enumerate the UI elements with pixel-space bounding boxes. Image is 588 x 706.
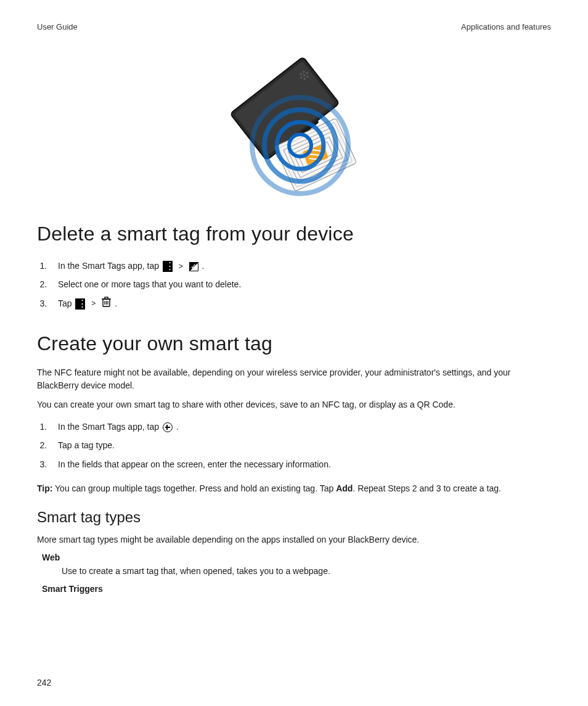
step-text: In the Smart Tags app, tap — [58, 261, 161, 271]
step-text: . — [202, 261, 205, 271]
term-smart-triggers: Smart Triggers — [42, 584, 551, 594]
list-item: In the Smart Tags app, tap > . — [49, 257, 551, 275]
list-item: Select one or more tags that you want to… — [49, 275, 551, 293]
heading-create-smart-tag: Create your own smart tag — [37, 332, 551, 355]
header-left: User Guide — [37, 22, 78, 31]
tip-text: You can group multiple tags together. Pr… — [52, 483, 336, 493]
chevron-right-icon: > — [176, 262, 186, 271]
page: User Guide Applications and features — [0, 0, 588, 706]
paragraph: The NFC feature might not be available, … — [37, 366, 551, 392]
step-text: In the Smart Tags app, tap — [58, 422, 161, 432]
tip-text: . Repeat Steps 2 and 3 to create a tag. — [353, 483, 501, 493]
heading-smart-tag-types: Smart tag types — [37, 509, 551, 526]
tip-label: Tip: — [37, 483, 52, 493]
more-icon — [163, 261, 173, 272]
term-web: Web — [42, 552, 551, 562]
add-icon — [163, 422, 173, 432]
list-item: In the fields that appear on the screen,… — [49, 455, 551, 474]
list-item: Tap a tag type. — [49, 436, 551, 454]
heading-delete-smart-tag: Delete a smart tag from your device — [37, 223, 551, 245]
steps-delete: In the Smart Tags app, tap > . Select on… — [37, 257, 551, 314]
list-item: Tap > . — [49, 294, 551, 314]
smart-tag-illustration — [214, 50, 374, 198]
trash-icon — [102, 297, 111, 311]
header-right: Applications and features — [461, 22, 551, 31]
add-label: Add — [336, 483, 353, 493]
step-text: . — [176, 422, 179, 432]
select-icon — [189, 262, 198, 271]
page-number: 242 — [37, 678, 51, 688]
steps-create: In the Smart Tags app, tap . Tap a tag t… — [37, 417, 551, 474]
tip-paragraph: Tip: You can group multiple tags togethe… — [37, 482, 551, 495]
step-text: Tap — [58, 298, 74, 308]
chevron-right-icon: > — [89, 299, 98, 308]
def-web: Use to create a smart tag that, when ope… — [62, 565, 551, 578]
svg-rect-27 — [105, 297, 108, 299]
page-header: User Guide Applications and features — [37, 22, 551, 31]
paragraph: More smart tag types might be available … — [37, 533, 551, 546]
step-text: . — [115, 298, 117, 308]
definition-list: Web Use to create a smart tag that, when… — [37, 552, 551, 594]
paragraph: You can create your own smart tag to sha… — [37, 398, 551, 411]
hero-illustration — [37, 50, 551, 198]
more-icon — [75, 298, 85, 310]
list-item: In the Smart Tags app, tap . — [49, 417, 551, 436]
